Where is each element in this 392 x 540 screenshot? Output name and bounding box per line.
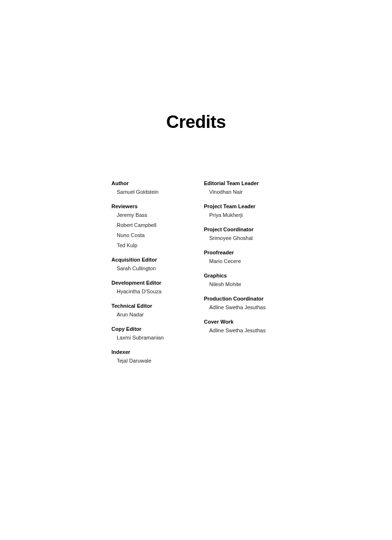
left-column: AuthorSamuel GoldsteinReviewersJeremy Ba… <box>111 180 192 372</box>
credit-role: Development Editor <box>111 280 192 286</box>
credit-person: Jeremy Bass <box>111 212 192 218</box>
credit-person: Nilesh Mohite <box>204 281 285 287</box>
credit-role: Cover Work <box>204 319 285 325</box>
credit-person: Arun Nadar <box>111 312 192 317</box>
credit-role: Proofreader <box>204 250 285 255</box>
credit-person: Adline Swetha Jesuthas <box>204 304 285 310</box>
credit-person: Robert Campbell <box>111 222 192 228</box>
credit-block: IndexerTejal Daruwale <box>111 349 192 364</box>
credit-role: Project Team Leader <box>204 203 285 209</box>
credit-role: Editorial Team Leader <box>204 180 285 186</box>
credit-block: Editorial Team LeaderVinodhan Nair <box>204 180 285 195</box>
credit-role: Author <box>111 180 192 186</box>
credit-role: Technical Editor <box>111 303 192 309</box>
page-title: Credits <box>0 112 392 132</box>
right-column: Editorial Team LeaderVinodhan NairProjec… <box>204 180 285 372</box>
credit-person: Adline Swetha Jesuthas <box>204 327 285 333</box>
credit-role: Production Coordinator <box>204 296 285 301</box>
credit-block: Project CoordinatorSrimoyee Ghoshal <box>204 226 285 241</box>
credit-role: Indexer <box>111 349 192 355</box>
credit-block: ReviewersJeremy BassRobert CampbellNuno … <box>111 203 192 248</box>
credit-person: Vinodhan Nair <box>204 189 285 195</box>
credit-role: Copy Editor <box>111 326 192 332</box>
credit-block: GraphicsNilesh Mohite <box>204 273 285 287</box>
credit-person: Samuel Goldstein <box>111 189 192 195</box>
credit-person: Mario Cecere <box>204 258 285 264</box>
credit-block: Acquisition EditorSarah Cullington <box>111 257 192 271</box>
credit-person: Priya Mukherji <box>204 212 285 218</box>
credit-person: Laxmi Subramanian <box>111 335 192 340</box>
credit-block: Production CoordinatorAdline Swetha Jesu… <box>204 296 285 310</box>
credit-role: Acquisition Editor <box>111 257 192 263</box>
credit-block: Development EditorHyacintha D'Souza <box>111 280 192 294</box>
credit-block: Project Team LeaderPriya Mukherji <box>204 203 285 218</box>
credit-block: Copy EditorLaxmi Subramanian <box>111 326 192 340</box>
credit-role: Reviewers <box>111 203 192 209</box>
credit-role: Project Coordinator <box>204 226 285 232</box>
credit-block: ProofreaderMario Cecere <box>204 250 285 264</box>
credit-person: Hyacintha D'Souza <box>111 289 192 294</box>
credit-person: Nuno Costa <box>111 232 192 238</box>
credit-role: Graphics <box>204 273 285 278</box>
credit-block: Cover WorkAdline Swetha Jesuthas <box>204 319 285 333</box>
credit-person: Tejal Daruwale <box>111 358 192 364</box>
credit-block: Technical EditorArun Nadar <box>111 303 192 317</box>
credit-block: AuthorSamuel Goldstein <box>111 180 192 195</box>
credit-person: Srimoyee Ghoshal <box>204 235 285 241</box>
credit-person: Ted Kulp <box>111 242 192 248</box>
credits-container: AuthorSamuel GoldsteinReviewersJeremy Ba… <box>111 180 284 372</box>
credit-person: Sarah Cullington <box>111 265 192 271</box>
